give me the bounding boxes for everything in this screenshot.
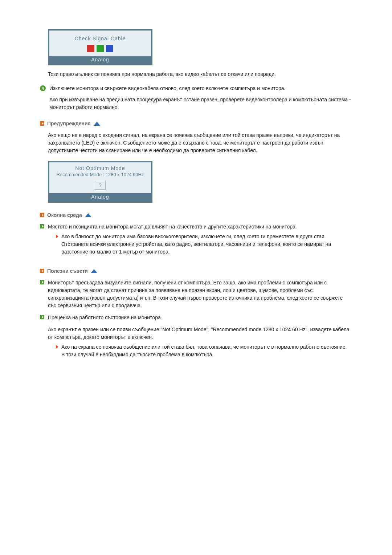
caret-icon <box>56 345 58 349</box>
heading-text: Околна среда <box>47 212 82 218</box>
tips-b2: Преценка на работното състояние на монит… <box>40 314 352 361</box>
section-bullet-icon <box>40 269 44 273</box>
tips-b1-text: Мониторът пресъздава визуалните сигнали,… <box>48 279 352 309</box>
up-triangle-icon[interactable] <box>91 269 97 273</box>
tips-b2-body: Ако екранът е празен или се появи съобще… <box>48 326 352 341</box>
heading-warnings: Предупреждения <box>40 121 352 126</box>
tips-b2-sub-text: Ако на екрана се появява съобщение или т… <box>61 344 347 350</box>
paragraph-1: Този правоъгълник се появява при нормалн… <box>48 70 352 78</box>
green-square <box>97 45 104 52</box>
tips-b2-sub2-text: В този случай е необходимо да търсите пр… <box>61 352 213 357</box>
bullet-icon <box>40 315 44 319</box>
up-triangle-icon[interactable] <box>85 213 91 217</box>
heading-environment: Околна среда <box>40 212 352 218</box>
heading-text: Полезни съвети <box>47 268 88 274</box>
osd-question-box: ? <box>95 181 106 190</box>
env-sub2-text: Отстранете всички електронни устройства,… <box>61 241 331 255</box>
red-square <box>87 45 94 52</box>
env-sub1: Ако в близост до монитора има басови вис… <box>56 233 352 256</box>
section-bullet-icon <box>40 213 44 217</box>
env-sub1-text: Ако в близост до монитора има басови вис… <box>61 234 326 239</box>
step4-p2: Ако при извършване на предишната процеду… <box>49 96 352 111</box>
osd-not-optimum: Not Optimum Mode Recommended Mode : 1280… <box>48 161 152 203</box>
osd-inner-2: Not Optimum Mode Recommended Mode : 1280… <box>49 162 151 193</box>
warnings-body: Ако нещо не е наред с входния сигнал, на… <box>48 131 352 154</box>
step-number-4: 4 <box>40 85 46 91</box>
bullet-icon <box>40 224 44 228</box>
tips-b2-head: Преценка на работното състояние на монит… <box>48 314 352 321</box>
osd2-line2: Recommended Mode : 1280 x 1024 60Hz <box>52 172 149 177</box>
tips-b1: Мониторът пресъздава визуалните сигнали,… <box>40 279 352 309</box>
step-4: 4 Изключете монитора и свържете видеокаб… <box>40 85 352 111</box>
up-triangle-icon[interactable] <box>94 122 100 126</box>
env-bullet: Мястото и позицията на монитора могат да… <box>40 223 352 259</box>
osd-inner: Check Signal Cable <box>49 31 151 56</box>
section-bullet-icon <box>40 121 44 126</box>
osd-footer: Analog <box>49 56 151 64</box>
env-bullet-text: Мястото и позицията на монитора могат да… <box>48 223 352 231</box>
osd-check-signal: Check Signal Cable Analog <box>48 29 152 65</box>
blue-square <box>106 45 113 52</box>
rgb-squares <box>52 45 149 52</box>
caret-icon <box>56 235 58 238</box>
tips-b2-sub: Ако на екрана се появява съобщение или т… <box>56 343 352 358</box>
heading-text: Предупреждения <box>47 121 91 126</box>
heading-tips: Полезни съвети <box>40 268 352 274</box>
osd2-footer: Analog <box>49 193 151 201</box>
osd2-line1: Not Optimum Mode <box>52 165 149 171</box>
step4-p1: Изключете монитора и свържете видеокабел… <box>49 85 352 92</box>
osd-title: Check Signal Cable <box>52 36 149 41</box>
bullet-icon <box>40 280 44 284</box>
